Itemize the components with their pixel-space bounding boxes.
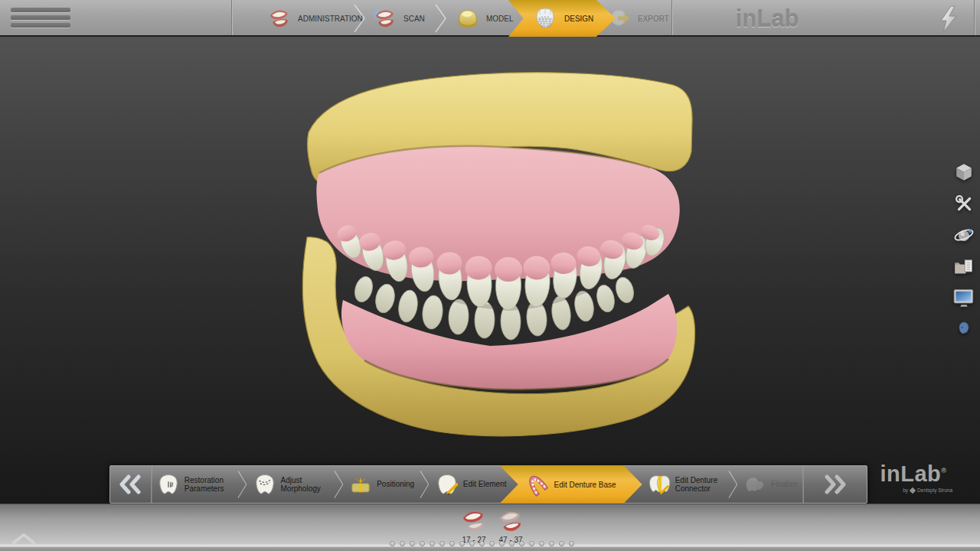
adjust-morphology-icon: [253, 473, 276, 496]
tab-model[interactable]: MODEL: [455, 0, 514, 37]
step-label: Restoration Parameters: [185, 476, 232, 494]
positioning-icon: [349, 473, 372, 496]
page-dot[interactable]: [479, 541, 485, 546]
model-jaw-icon: [455, 5, 481, 31]
denture-3d-model: [0, 37, 980, 504]
next-phase-button[interactable]: [803, 466, 867, 503]
brand-company: Dentsply Sirona: [917, 487, 952, 493]
step-label: Edit Denture Connector: [675, 476, 723, 494]
step-edit-denture-connector[interactable]: Edit Denture Connector: [642, 466, 728, 503]
page-dot[interactable]: [400, 541, 405, 546]
page-dot[interactable]: [499, 541, 505, 546]
step-label: Edit Denture Base: [554, 481, 616, 489]
case-documents-button[interactable]: [952, 255, 975, 278]
step-edit-denture-base-active[interactable]: Edit Denture Base: [500, 465, 642, 504]
tab-separator-chevron-icon: [435, 3, 447, 34]
tab-label: MODEL: [486, 15, 514, 23]
step-separator-chevron-icon: [237, 469, 248, 500]
denture-scan-icon: [372, 5, 398, 31]
tab-separator-chevron-icon: [354, 3, 366, 34]
step-positioning[interactable]: Positioning: [344, 466, 420, 503]
step-adjust-morphology[interactable]: Adjust Morphology: [248, 466, 334, 503]
viewport-tool-column: [948, 161, 980, 341]
edit-denture-base-icon: [524, 472, 549, 497]
double-chevron-right-icon: [822, 474, 849, 494]
page-dot[interactable]: [509, 541, 514, 546]
tab-scan[interactable]: SCAN: [372, 0, 425, 37]
view-cube-button[interactable]: [952, 161, 975, 184]
patient-head-icon: [956, 321, 972, 337]
design-step-bar: Restoration Parameters Adjust Morphology: [109, 465, 867, 504]
bottom-dock: 17 - 27 47 - 37: [0, 504, 980, 551]
step-separator-chevron-icon: [334, 469, 345, 500]
tab-label: DESIGN: [564, 15, 593, 23]
page-dot[interactable]: [449, 541, 455, 546]
topbar-divider: [231, 0, 232, 35]
previous-phase-button[interactable]: [110, 466, 152, 503]
step-separator-chevron-icon: [420, 469, 430, 500]
finalize-icon: [743, 473, 766, 496]
step-label: Finalize: [771, 480, 797, 489]
page-dot[interactable]: [439, 541, 445, 546]
rotate-view-icon: [953, 224, 975, 246]
page-dot[interactable]: [529, 541, 534, 546]
upper-arch-denture-icon: [458, 506, 490, 535]
step-label: Positioning: [377, 480, 414, 489]
case-documents-icon: [953, 256, 975, 276]
page-dot[interactable]: [549, 541, 554, 546]
hamburger-icon: [11, 8, 70, 12]
display-settings-button[interactable]: [952, 286, 975, 309]
3d-viewport[interactable]: Restoration Parameters Adjust Morphology: [0, 37, 980, 504]
inlab-application-window: ADMINISTRATION SCAN: [0, 0, 980, 551]
tab-label: SCAN: [403, 15, 425, 23]
rotate-view-button[interactable]: [952, 223, 975, 246]
restoration-chip-upper[interactable]: 17 - 27: [456, 506, 492, 544]
dentsply-sirona-mark-icon: [910, 487, 916, 493]
tools-icon: [954, 194, 974, 214]
page-dot[interactable]: [559, 541, 564, 546]
page-dot[interactable]: [430, 541, 435, 546]
top-phase-bar: ADMINISTRATION SCAN: [0, 0, 980, 37]
tab-label: EXPORT: [638, 15, 669, 23]
lower-arch-denture-icon: [495, 506, 527, 535]
expand-panel-chevron-up-icon[interactable]: [11, 532, 37, 546]
tab-administration[interactable]: ADMINISTRATION: [266, 0, 363, 37]
page-dot[interactable]: [539, 541, 544, 546]
page-dot[interactable]: [420, 541, 425, 546]
brand-reg: ®: [941, 467, 946, 474]
step-restoration-parameters[interactable]: Restoration Parameters: [152, 466, 237, 503]
view-cube-icon: [954, 162, 974, 182]
inlab-logo-top: inLab: [721, 5, 813, 33]
step-separator-chevron-icon: [728, 469, 739, 500]
step-finalize-disabled[interactable]: Finalize: [738, 466, 802, 503]
page-dot[interactable]: [489, 541, 495, 546]
page-dot[interactable]: [410, 541, 415, 546]
topbar-divider: [671, 0, 672, 35]
denture-administration-icon: [266, 5, 292, 31]
quick-action-lightning-icon[interactable]: [936, 5, 962, 34]
page-dot[interactable]: [569, 541, 574, 546]
crown-design-icon: [531, 4, 559, 33]
page-dot[interactable]: [459, 541, 465, 546]
double-chevron-left-icon: [116, 474, 144, 494]
edit-denture-connector-icon: [648, 473, 671, 496]
page-dot[interactable]: [519, 541, 524, 546]
step-edit-element[interactable]: Edit Element: [430, 466, 512, 503]
patient-view-button[interactable]: [952, 318, 975, 341]
page-dot[interactable]: [469, 541, 475, 546]
tab-design-active[interactable]: DESIGN: [508, 0, 616, 37]
brand-name: inLab: [880, 461, 942, 486]
inlab-logo-bottom: inLab® by Dentsply Sirona: [871, 461, 956, 493]
edit-element-icon: [436, 473, 459, 496]
page-dot[interactable]: [390, 541, 395, 546]
tools-button[interactable]: [952, 192, 975, 215]
step-label: Adjust Morphology: [281, 476, 328, 494]
main-menu-button[interactable]: [11, 8, 70, 29]
tab-export[interactable]: EXPORT: [606, 0, 669, 37]
brand-by: by: [903, 487, 908, 493]
topbar-divider: [974, 0, 975, 35]
page-dots: [390, 541, 574, 546]
restoration-parameters-icon: [157, 473, 180, 496]
restoration-chip-lower[interactable]: 47 - 37: [493, 506, 528, 544]
step-label: Edit Element: [463, 480, 507, 489]
